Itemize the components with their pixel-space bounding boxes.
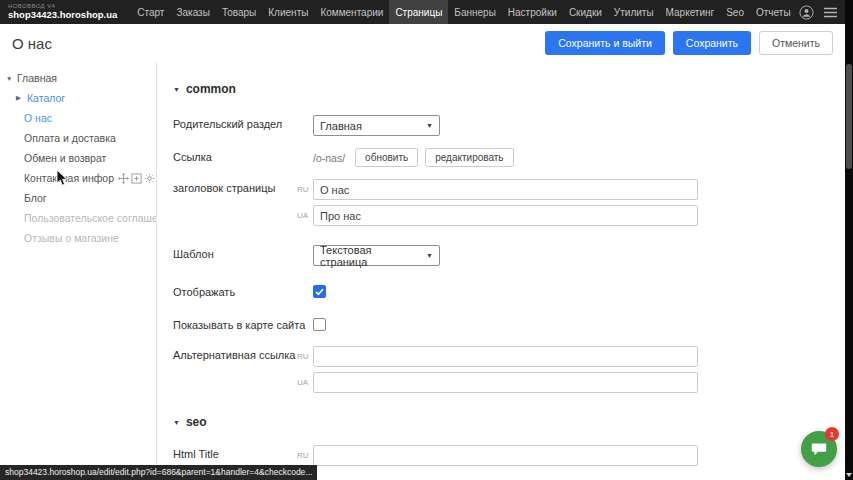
app-window: НОВОВВОД V4 shop34423.horoshop.ua Старт … bbox=[0, 0, 853, 480]
alt-link-ru-input[interactable] bbox=[313, 346, 698, 367]
field-label-spacer bbox=[173, 205, 297, 208]
field-alt-link-ru: Альтернативная ссылка RU bbox=[173, 346, 845, 367]
topnav-reports[interactable]: Отчеты bbox=[750, 0, 797, 24]
lang-badge-ua: UA bbox=[297, 205, 313, 220]
chevron-down-icon: ▼ bbox=[426, 122, 433, 129]
pages-tree-sidebar: ▼ Главная ▶ Каталог О нас Оплата и доста… bbox=[0, 62, 157, 480]
lang-badge-ru: RU bbox=[297, 346, 313, 361]
content: ▼ Главная ▶ Каталог О нас Оплата и доста… bbox=[0, 62, 845, 480]
chevron-down-icon: ▼ bbox=[173, 419, 180, 426]
field-label: заголовок страницы bbox=[173, 179, 297, 195]
move-icon[interactable] bbox=[118, 173, 129, 184]
field-page-title-ua: UA bbox=[173, 205, 845, 226]
scrollbar-thumb[interactable] bbox=[846, 64, 852, 169]
cancel-button[interactable]: Отменить bbox=[759, 31, 833, 55]
html-title-ru-input[interactable] bbox=[313, 445, 698, 466]
brand-domain: shop34423.horoshop.ua bbox=[8, 10, 117, 20]
tree-item-label: О нас bbox=[24, 112, 52, 124]
field-label: Показывать в карте сайта bbox=[173, 316, 313, 332]
topnav-products[interactable]: Товары bbox=[216, 0, 262, 24]
add-icon[interactable] bbox=[131, 173, 142, 184]
topnav-pages[interactable]: Страницы bbox=[389, 0, 448, 24]
page-title-ua-input[interactable] bbox=[313, 205, 698, 226]
topnav-discounts[interactable]: Скидки bbox=[563, 0, 608, 24]
top-menu: Старт Заказы Товары Клиенты Комментарии … bbox=[131, 0, 796, 24]
page-title-ru-input[interactable] bbox=[313, 179, 698, 200]
select-value: Текстовая страница bbox=[320, 244, 418, 268]
chevron-down-icon: ▼ bbox=[426, 252, 433, 259]
section-title: seo bbox=[186, 415, 207, 429]
select-value: Главная bbox=[320, 120, 362, 132]
tree-item-label: Оплата и доставка bbox=[24, 132, 116, 144]
field-display: Отображать bbox=[173, 283, 845, 299]
chevron-down-icon[interactable]: ▼ bbox=[6, 75, 17, 82]
section-title: common bbox=[186, 82, 236, 96]
save-and-exit-button[interactable]: Сохранить и выйти bbox=[545, 31, 665, 55]
topnav-clients[interactable]: Клиенты bbox=[262, 0, 314, 24]
topnav-settings[interactable]: Настройки bbox=[502, 0, 563, 24]
parent-section-select[interactable]: Главная ▼ bbox=[313, 115, 440, 136]
topnav-comments[interactable]: Комментарии bbox=[314, 0, 389, 24]
tree-item-kontaktnaya[interactable]: Контактная инфор bbox=[0, 168, 156, 188]
topnav-start[interactable]: Старт bbox=[131, 0, 170, 24]
user-account-icon[interactable] bbox=[799, 5, 814, 20]
topnav-seo[interactable]: Seo bbox=[720, 0, 750, 24]
page-title: О нас bbox=[12, 35, 52, 52]
menu-icon[interactable] bbox=[824, 7, 837, 18]
tree-item-o-nas[interactable]: О нас bbox=[0, 108, 156, 128]
tree-item-blog[interactable]: Блог bbox=[0, 188, 156, 208]
display-checkbox[interactable] bbox=[313, 285, 326, 298]
field-parent-section: Родительский раздел Главная ▼ bbox=[173, 115, 845, 136]
topnav-marketing[interactable]: Маркетинг bbox=[660, 0, 721, 24]
alt-link-ua-input[interactable] bbox=[313, 372, 698, 393]
field-label: Шаблон bbox=[173, 245, 313, 261]
topnav-utilities[interactable]: Утилиты bbox=[608, 0, 660, 24]
tree-item-oplata[interactable]: Оплата и доставка bbox=[0, 128, 156, 148]
gear-icon[interactable] bbox=[144, 173, 155, 184]
chevron-right-icon[interactable]: ▶ bbox=[16, 94, 27, 102]
field-link: Ссылка /o-nas/ обновить редактировать bbox=[173, 148, 845, 167]
chevron-down-icon: ▼ bbox=[173, 86, 180, 93]
tree-item-label: Обмен и возврат bbox=[24, 152, 106, 164]
topbar: НОВОВВОД V4 shop34423.horoshop.ua Старт … bbox=[0, 0, 853, 24]
tree-item-obmen[interactable]: Обмен и возврат bbox=[0, 148, 156, 168]
tree-item-label: Главная bbox=[17, 72, 57, 84]
field-template: Шаблон Текстовая страница ▼ bbox=[173, 245, 845, 266]
lang-badge-ru: RU bbox=[297, 445, 313, 460]
sitemap-checkbox[interactable] bbox=[313, 318, 326, 331]
field-label: Альтернативная ссылка bbox=[173, 346, 297, 362]
refresh-link-button[interactable]: обновить bbox=[355, 148, 418, 167]
tree-item-label: Отзывы о магазине bbox=[24, 232, 119, 244]
tree-item-label: Пользовательское соглашение bbox=[24, 212, 157, 224]
tree-item-otzyvy[interactable]: Отзывы о магазине bbox=[0, 228, 156, 248]
field-label-spacer bbox=[173, 372, 297, 375]
lang-badge-ua: UA bbox=[297, 372, 313, 387]
page-edit-form: ▼ common Родительский раздел Главная ▼ С… bbox=[157, 62, 845, 480]
field-page-title-ru: заголовок страницы RU bbox=[173, 179, 845, 200]
link-value: /o-nas/ bbox=[313, 148, 345, 164]
topnav-banners[interactable]: Баннеры bbox=[448, 0, 501, 24]
tree-item-soglashenie[interactable]: Пользовательское соглашение bbox=[0, 208, 156, 228]
tree-item-glavnaya[interactable]: ▼ Главная bbox=[0, 68, 156, 88]
scroll-down-arrow-icon[interactable] bbox=[846, 473, 852, 477]
topnav-orders[interactable]: Заказы bbox=[170, 0, 215, 24]
chat-widget-button[interactable]: 1 bbox=[801, 431, 837, 467]
field-label: Родительский раздел bbox=[173, 115, 313, 131]
brand[interactable]: НОВОВВОД V4 shop34423.horoshop.ua bbox=[0, 0, 131, 24]
field-sitemap: Показывать в карте сайта bbox=[173, 316, 845, 332]
field-alt-link-ua: UA bbox=[173, 372, 845, 393]
tree-item-katalog[interactable]: ▶ Каталог bbox=[0, 88, 156, 108]
save-button[interactable]: Сохранить bbox=[673, 31, 751, 55]
vertical-scrollbar[interactable] bbox=[845, 0, 853, 480]
section-seo-toggle[interactable]: ▼ seo bbox=[173, 415, 845, 429]
edit-link-button[interactable]: редактировать bbox=[425, 148, 513, 167]
tree-item-label: Каталог bbox=[27, 92, 65, 104]
chat-unread-badge: 1 bbox=[825, 427, 839, 441]
section-common-toggle[interactable]: ▼ common bbox=[173, 82, 845, 96]
field-label: Ссылка bbox=[173, 148, 313, 164]
tree-item-label: Блог bbox=[24, 192, 47, 204]
lang-badge-ru: RU bbox=[297, 179, 313, 194]
template-select[interactable]: Текстовая страница ▼ bbox=[313, 245, 440, 266]
tree-item-actions bbox=[118, 173, 157, 184]
tree-item-label: Контактная инфор bbox=[24, 172, 114, 184]
